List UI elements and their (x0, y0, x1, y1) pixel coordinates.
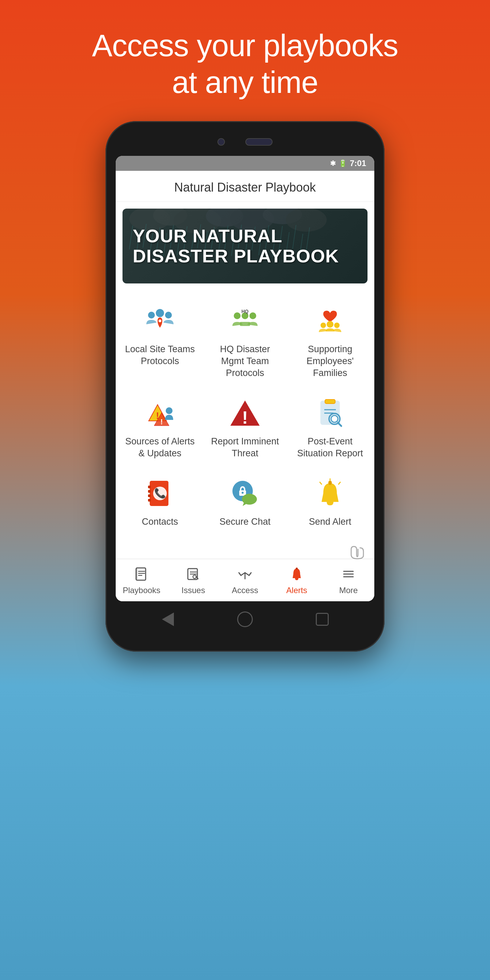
grid-item-report[interactable]: Post-Event Situation Report (289, 389, 371, 466)
svg-text:!: ! (242, 408, 248, 427)
hq-label: HQ Disaster Mgmt Team Protocols (208, 343, 282, 379)
contacts-icon: 📞 (143, 476, 177, 511)
svg-text:HQ: HQ (242, 309, 249, 314)
svg-text:!: ! (160, 417, 163, 426)
banner-text: YOUR NATURAL DISASTER PLAYBOOK (133, 226, 357, 266)
grid-item-families[interactable]: Supporting Employees' Families (289, 297, 371, 386)
grid-item-contacts[interactable]: 📞 Contacts (119, 469, 201, 535)
svg-line-74 (339, 482, 340, 484)
contacts-label: Contacts (142, 516, 178, 528)
svg-line-60 (338, 423, 341, 426)
chat-label: Secure Chat (220, 516, 270, 528)
svg-point-38 (234, 312, 240, 319)
svg-line-7 (129, 226, 133, 250)
status-bar: ✱ 🔋 7:01 (116, 156, 374, 171)
phone-camera (218, 138, 225, 146)
local-site-icon (143, 304, 177, 338)
svg-point-37 (159, 320, 161, 322)
nav-item-issues[interactable]: Issues (167, 565, 219, 595)
grid-item-hq[interactable]: HQ HQ Disaster Mgmt Team Protocols (204, 297, 286, 386)
local-site-label: Local Site Teams Protocols (123, 343, 197, 367)
grid-item-chat[interactable]: Secure Chat (204, 469, 286, 535)
issues-icon (185, 565, 202, 583)
time-display: 7:01 (350, 159, 366, 168)
attachment-icon (350, 545, 364, 559)
phone-outer: ✱ 🔋 7:01 Natural Disaster Playbook (105, 121, 385, 652)
svg-rect-43 (240, 322, 250, 326)
access-icon (236, 565, 254, 583)
family-icon (313, 304, 347, 338)
svg-point-45 (327, 321, 334, 328)
app-title: Natural Disaster Playbook (174, 180, 316, 194)
svg-point-70 (242, 492, 243, 494)
threat-icon: ! (228, 396, 262, 430)
svg-rect-76 (328, 481, 332, 484)
sources-icon: ! ! (143, 396, 177, 430)
grid-item-local-site[interactable]: Local Site Teams Protocols (119, 297, 201, 386)
nav-label-playbooks: Playbooks (123, 585, 161, 595)
threat-label: Report Imminent Threat (208, 436, 282, 460)
nav-item-more[interactable]: More (323, 565, 374, 595)
svg-point-36 (165, 312, 172, 318)
grid-item-sources[interactable]: ! ! Sources of Alerts & Updates (119, 389, 201, 466)
svg-rect-62 (148, 485, 151, 488)
send-alert-label: Send Alert (309, 516, 352, 528)
grid-item-send-alert[interactable]: Send Alert (289, 469, 371, 535)
svg-rect-81 (135, 569, 137, 579)
hero-text-block: Access your playbooks at any time (65, 0, 425, 115)
hq-icon: HQ (228, 304, 262, 338)
alerts-nav-icon (288, 565, 305, 583)
svg-point-44 (321, 323, 326, 328)
svg-point-89 (296, 568, 298, 570)
svg-line-87 (239, 573, 241, 576)
phone-bottom-bar (116, 601, 374, 631)
svg-point-59 (331, 415, 338, 422)
report-icon (313, 396, 347, 430)
recent-apps-button[interactable] (314, 611, 331, 628)
bottom-nav: Playbooks Issues (116, 559, 374, 601)
nav-label-access: Access (232, 585, 258, 595)
hero-line1: Access your playbooks (92, 29, 398, 63)
svg-point-34 (148, 312, 155, 318)
svg-rect-63 (148, 490, 151, 493)
svg-point-46 (334, 323, 340, 328)
nav-label-issues: Issues (181, 585, 205, 595)
svg-rect-65 (148, 499, 151, 501)
svg-line-88 (249, 573, 251, 576)
phone-top-bar (116, 138, 374, 156)
nav-item-access[interactable]: Access (219, 565, 271, 595)
svg-rect-64 (148, 495, 151, 497)
phone-wrapper: ✱ 🔋 7:01 Natural Disaster Playbook (105, 121, 385, 652)
back-button[interactable] (159, 611, 176, 628)
grid-item-threat[interactable]: ! Report Imminent Threat (204, 389, 286, 466)
families-label: Supporting Employees' Families (293, 343, 368, 379)
chat-icon (228, 476, 262, 511)
status-icons: ✱ 🔋 7:01 (330, 159, 366, 168)
nav-item-playbooks[interactable]: Playbooks (116, 565, 167, 595)
svg-point-51 (166, 407, 172, 414)
battery-icon: 🔋 (339, 159, 347, 167)
hero-banner: YOUR NATURAL DISASTER PLAYBOOK (123, 208, 368, 283)
svg-text:📞: 📞 (154, 488, 166, 499)
svg-point-35 (156, 309, 164, 317)
report-label: Post-Event Situation Report (293, 436, 368, 460)
svg-rect-55 (325, 399, 335, 404)
svg-point-39 (250, 312, 256, 319)
phone-screen: ✱ 🔋 7:01 Natural Disaster Playbook (116, 156, 374, 601)
nav-label-alerts: Alerts (286, 585, 307, 595)
hero-line2: at any time (172, 65, 318, 99)
bottom-nav-wrap: Playbooks Issues (116, 542, 374, 601)
svg-rect-77 (136, 568, 146, 580)
nav-label-more: More (339, 585, 358, 595)
svg-line-73 (320, 482, 321, 484)
home-button[interactable] (237, 611, 253, 628)
app-header: Natural Disaster Playbook (116, 171, 374, 202)
app-grid: Local Site Teams Protocols HQ (116, 290, 374, 542)
sources-label: Sources of Alerts & Updates (123, 436, 197, 460)
playbooks-icon (133, 565, 150, 583)
send-alert-icon (313, 476, 347, 511)
bluetooth-icon: ✱ (330, 159, 336, 167)
more-icon (340, 565, 357, 583)
nav-item-alerts[interactable]: Alerts (271, 565, 323, 595)
phone-speaker (245, 138, 272, 146)
